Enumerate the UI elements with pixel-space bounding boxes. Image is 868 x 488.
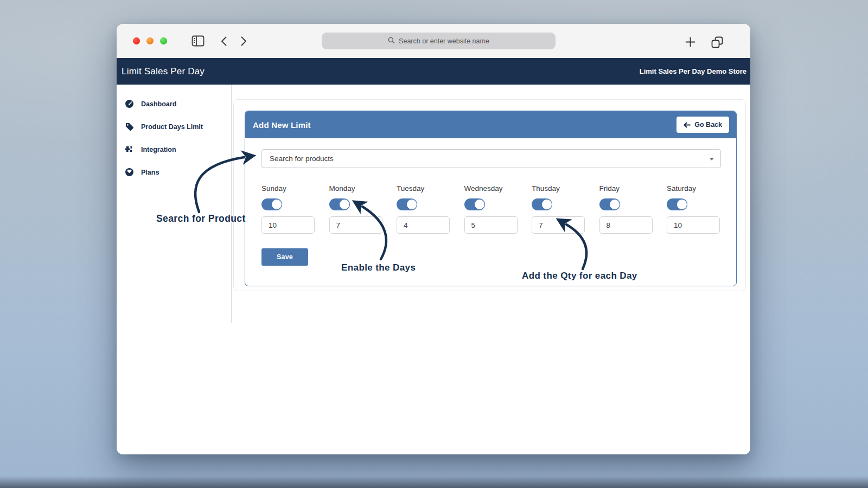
day-toggle[interactable] xyxy=(329,198,350,210)
day-label: Sunday xyxy=(261,185,315,192)
day-column: Saturday xyxy=(667,185,720,234)
add-new-limit-card: Add New Limit Go Back xyxy=(245,111,737,286)
puzzle-icon xyxy=(125,145,134,154)
sidebar: Dashboard Product Days Limit xyxy=(117,85,232,454)
toggle-knob xyxy=(609,199,620,210)
day-label: Wednesday xyxy=(464,185,518,192)
day-toggle[interactable] xyxy=(667,198,687,210)
day-qty-input[interactable] xyxy=(329,216,382,234)
day-toggle[interactable] xyxy=(532,198,552,210)
new-tab-icon[interactable] xyxy=(685,37,695,47)
card-title: Add New Limit xyxy=(253,120,311,130)
search-icon xyxy=(388,37,395,46)
browser-titlebar: Search or enter website name xyxy=(117,24,750,58)
app-header: Limit Sales Per Day Limit Sales Per Day … xyxy=(117,58,750,85)
desktop-background: Search or enter website name Limit Sales… xyxy=(0,0,868,488)
main-content: Add New Limit Go Back xyxy=(232,85,750,454)
toggle-knob xyxy=(339,199,350,210)
store-name: Limit Sales Per Day Demo Store xyxy=(640,67,746,75)
day-column: Monday xyxy=(329,185,382,234)
sidebar-item-label: Dashboard xyxy=(141,100,176,108)
day-label: Thusday xyxy=(532,185,585,192)
day-qty-input[interactable] xyxy=(464,216,518,234)
day-column: Sunday xyxy=(261,185,315,234)
day-column: Tuesday xyxy=(397,185,450,234)
card-body: Search for products Sunday Monday Tuesda… xyxy=(245,138,736,266)
sidebar-item-plans[interactable]: Plans xyxy=(117,164,232,181)
sidebar-item-label: Integration xyxy=(141,146,176,153)
content-wrapper: Add New Limit Go Back xyxy=(233,99,746,291)
card-header: Add New Limit Go Back xyxy=(245,111,736,138)
product-search-placeholder: Search for products xyxy=(270,155,334,163)
tag-icon xyxy=(125,122,134,131)
day-column: Thusday xyxy=(532,185,585,234)
traffic-lights xyxy=(133,37,167,44)
sidebar-toggle-icon[interactable] xyxy=(192,35,205,47)
back-icon[interactable] xyxy=(220,36,227,47)
days-row: Sunday Monday Tuesday Wednesday Thusday … xyxy=(261,185,720,234)
address-bar-placeholder: Search or enter website name xyxy=(399,37,489,45)
minimize-window-button[interactable] xyxy=(146,37,154,44)
day-qty-input[interactable] xyxy=(397,216,450,234)
toggle-knob xyxy=(406,199,417,210)
day-qty-input[interactable] xyxy=(599,216,653,234)
chevron-down-icon xyxy=(710,158,714,160)
dashboard-gauge-icon xyxy=(125,99,134,108)
toggle-knob xyxy=(474,199,485,210)
day-qty-input[interactable] xyxy=(261,216,315,234)
day-qty-input[interactable] xyxy=(667,216,720,234)
toggle-knob xyxy=(541,199,552,210)
day-column: Wednesday xyxy=(464,185,518,234)
zoom-window-button[interactable] xyxy=(160,37,167,44)
day-qty-input[interactable] xyxy=(532,216,585,234)
go-back-button[interactable]: Go Back xyxy=(676,117,729,133)
day-label: Saturday xyxy=(667,185,720,192)
sidebar-item-product-days-limit[interactable]: Product Days Limit xyxy=(117,118,232,135)
day-label: Friday xyxy=(599,185,653,192)
toggle-knob xyxy=(271,199,282,210)
address-bar[interactable]: Search or enter website name xyxy=(322,33,556,49)
save-button[interactable]: Save xyxy=(261,248,308,266)
page-title: Limit Sales Per Day xyxy=(122,66,205,77)
sidebar-item-integration[interactable]: Integration xyxy=(117,141,232,158)
day-toggle[interactable] xyxy=(464,198,485,210)
day-toggle[interactable] xyxy=(397,198,417,210)
product-search-select[interactable]: Search for products xyxy=(261,149,721,168)
tab-overview-icon[interactable] xyxy=(711,36,724,49)
forward-icon[interactable] xyxy=(240,36,247,47)
sidebar-item-label: Product Days Limit xyxy=(141,123,203,131)
app-body: Dashboard Product Days Limit xyxy=(117,85,750,454)
day-label: Tuesday xyxy=(397,185,450,192)
sidebar-item-label: Plans xyxy=(141,169,159,176)
close-window-button[interactable] xyxy=(133,37,140,44)
day-column: Friday xyxy=(599,185,653,234)
day-toggle[interactable] xyxy=(261,198,282,210)
toggle-knob xyxy=(676,199,687,210)
go-back-label: Go Back xyxy=(694,121,722,129)
arrow-left-icon xyxy=(684,122,691,128)
browser-window: Search or enter website name Limit Sales… xyxy=(117,24,750,454)
plans-globe-icon xyxy=(125,168,134,177)
day-label: Monday xyxy=(329,185,382,192)
day-toggle[interactable] xyxy=(599,198,620,210)
sidebar-item-dashboard[interactable]: Dashboard xyxy=(117,95,232,112)
